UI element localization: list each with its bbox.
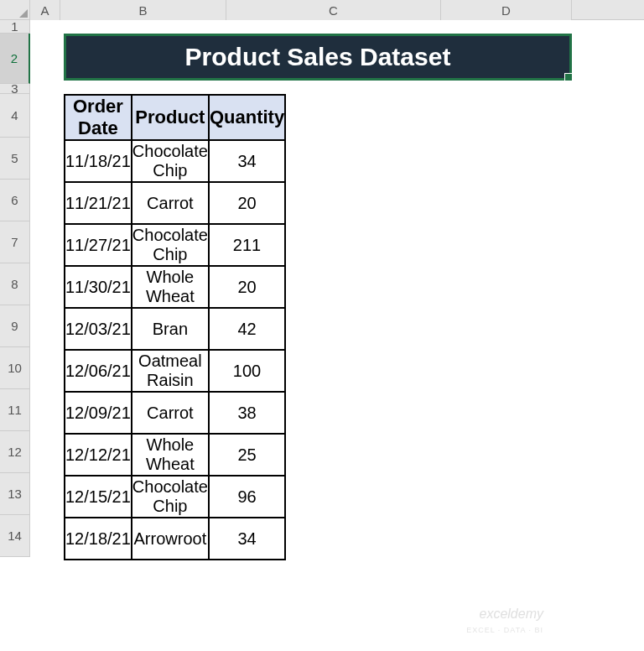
header-product[interactable]: Product [132, 95, 209, 140]
data-table: Order Date Product Quantity 11/18/21 Cho… [64, 94, 286, 560]
table-row: 11/27/21 Chocolate Chip 211 [65, 224, 285, 266]
select-all-corner[interactable] [0, 0, 30, 20]
cell-qty[interactable]: 20 [209, 182, 285, 224]
table-row: 11/21/21 Carrot 20 [65, 182, 285, 224]
table-row: 12/09/21 Carrot 38 [65, 392, 285, 434]
row-header-7[interactable]: 7 [0, 221, 30, 263]
row-header-3[interactable]: 3 [0, 84, 30, 94]
cell-qty[interactable]: 38 [209, 392, 285, 434]
table-row: 12/12/21 Whole Wheat 25 [65, 434, 285, 476]
cell-qty[interactable]: 211 [209, 224, 285, 266]
row-header-9[interactable]: 9 [0, 305, 30, 347]
cell-qty[interactable]: 42 [209, 308, 285, 350]
watermark-subtitle: EXCEL · DATA · BI [466, 626, 543, 634]
row-header-12[interactable]: 12 [0, 431, 30, 473]
row-header-5[interactable]: 5 [0, 138, 30, 180]
cell-date[interactable]: 12/03/21 [65, 308, 132, 350]
column-header-d[interactable]: D [441, 0, 572, 20]
row-header-14[interactable]: 14 [0, 515, 30, 557]
table-row: 11/18/21 Chocolate Chip 34 [65, 140, 285, 182]
cell-product[interactable]: Carrot [132, 392, 209, 434]
cell-product[interactable]: Oatmeal Raisin [132, 350, 209, 392]
cell-date[interactable]: 12/15/21 [65, 476, 132, 518]
cell-product[interactable]: Arrowroot [132, 518, 209, 560]
watermark-logo: exceldemy [480, 607, 543, 622]
cell-product[interactable]: Chocolate Chip [132, 140, 209, 182]
header-quantity[interactable]: Quantity [209, 95, 285, 140]
column-headers: A B C D [0, 0, 644, 20]
row-header-10[interactable]: 10 [0, 347, 30, 389]
table-row: 11/30/21 Whole Wheat 20 [65, 266, 285, 308]
cell-date[interactable]: 11/21/21 [65, 182, 132, 224]
row-header-6[interactable]: 6 [0, 180, 30, 221]
cell-qty[interactable]: 34 [209, 518, 285, 560]
cell-qty[interactable]: 96 [209, 476, 285, 518]
row-header-11[interactable]: 11 [0, 389, 30, 431]
cell-date[interactable]: 12/06/21 [65, 350, 132, 392]
column-header-a[interactable]: A [30, 0, 60, 20]
row-header-8[interactable]: 8 [0, 263, 30, 305]
cell-qty[interactable]: 20 [209, 266, 285, 308]
table-row: 12/06/21 Oatmeal Raisin 100 [65, 350, 285, 392]
row-header-1[interactable]: 1 [0, 20, 30, 34]
cell-date[interactable]: 11/27/21 [65, 224, 132, 266]
cell-date[interactable]: 12/18/21 [65, 518, 132, 560]
cell-date[interactable]: 11/18/21 [65, 140, 132, 182]
cell-qty[interactable]: 100 [209, 350, 285, 392]
table-row: 12/18/21 Arrowroot 34 [65, 518, 285, 560]
cell-date[interactable]: 12/12/21 [65, 434, 132, 476]
row-headers: 1 2 3 4 5 6 7 8 9 10 11 12 13 14 [0, 20, 30, 557]
cell-product[interactable]: Chocolate Chip [132, 476, 209, 518]
table-header-row: Order Date Product Quantity [65, 95, 285, 140]
table-row: 12/03/21 Bran 42 [65, 308, 285, 350]
cell-date[interactable]: 12/09/21 [65, 392, 132, 434]
row-header-13[interactable]: 13 [0, 473, 30, 515]
cell-product[interactable]: Chocolate Chip [132, 224, 209, 266]
column-header-b[interactable]: B [60, 0, 226, 20]
column-header-c[interactable]: C [226, 0, 441, 20]
row-header-4[interactable]: 4 [0, 94, 30, 138]
header-order-date[interactable]: Order Date [65, 95, 132, 140]
cell-date[interactable]: 11/30/21 [65, 266, 132, 308]
table-row: 12/15/21 Chocolate Chip 96 [65, 476, 285, 518]
cell-qty[interactable]: 34 [209, 140, 285, 182]
cell-product[interactable]: Whole Wheat [132, 266, 209, 308]
cell-qty[interactable]: 25 [209, 434, 285, 476]
cell-product[interactable]: Carrot [132, 182, 209, 224]
cell-product[interactable]: Bran [132, 308, 209, 350]
row-header-2[interactable]: 2 [0, 34, 30, 84]
title-merged-cell[interactable]: Product Sales Dataset [64, 34, 572, 81]
cell-product[interactable]: Whole Wheat [132, 434, 209, 476]
